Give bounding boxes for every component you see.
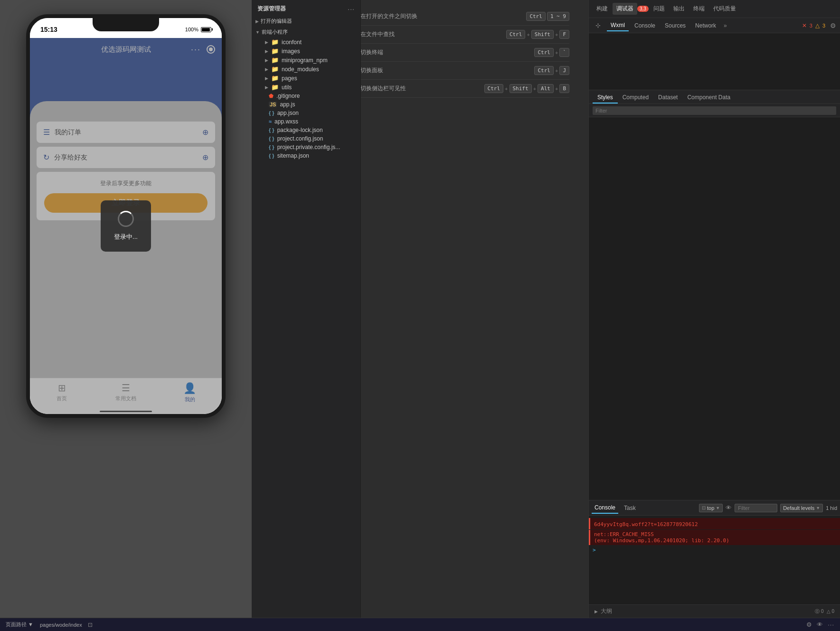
loading-text: 登录中... bbox=[114, 233, 138, 241]
warn-count: 3 bbox=[822, 23, 825, 28]
console-context-selector[interactable]: ⊡ top ▼ bbox=[699, 504, 723, 512]
gitignore-icon: ⬟ bbox=[269, 93, 274, 99]
appjson-name: app.json bbox=[277, 110, 299, 116]
shortcut-row-2: 在文件中查找 Ctrl + Shift + F bbox=[361, 26, 569, 44]
status-eye-icon[interactable]: 👁 bbox=[817, 621, 823, 628]
folder-name-npm: miniprogram_npm bbox=[282, 57, 328, 64]
devtools-main-toolbar: 构建 调试器 3,3 问题 输出 终端 代码质量 bbox=[589, 0, 840, 18]
bottom-status-bar: 页面路径 ▼ pages/wode/index ⊡ ⚙ 👁 ··· bbox=[0, 618, 840, 631]
status-right-icons: ⚙ 👁 ··· bbox=[806, 621, 834, 628]
folder-name-node: node_modules bbox=[282, 66, 319, 73]
console-level-arrow: ▼ bbox=[816, 506, 820, 510]
folder-name-iconfont: iconfont bbox=[282, 39, 302, 46]
devtools-tab-terminal[interactable]: 终端 bbox=[689, 3, 708, 15]
styles-tab-dataset[interactable]: Dataset bbox=[653, 92, 682, 104]
shortcut-keys-1: Ctrl 1 ~ 9 bbox=[526, 12, 569, 21]
appjs-icon: JS bbox=[269, 102, 277, 107]
console-error-row-2: net::ERR_CACHE_MISS (env: Windows,mp,1.0… bbox=[589, 530, 840, 545]
inspector-tab-wxml[interactable]: Wxml bbox=[607, 20, 629, 31]
outline-label: 大纲 bbox=[601, 607, 612, 615]
console-context-label: top bbox=[707, 505, 714, 511]
folder-icon-utils: 📁 bbox=[271, 84, 279, 91]
inspector-tab-network[interactable]: Network bbox=[691, 20, 720, 31]
loading-spinner bbox=[118, 211, 134, 227]
folder-arrow-utils: ▶ bbox=[265, 85, 268, 90]
folder-arrow-pages: ▶ bbox=[265, 76, 268, 81]
styles-tab-component-data[interactable]: Component Data bbox=[682, 92, 735, 104]
projectconfig-name: project.config.json bbox=[277, 135, 323, 142]
inspect-element-btn[interactable]: ⊹ bbox=[593, 20, 603, 31]
phone-simulator-area: 15:13 100% 优选源码网测试 bbox=[0, 0, 252, 618]
console-tab-task[interactable]: Task bbox=[621, 503, 639, 513]
console-area: Console Task ⊡ top ▼ 👁 bbox=[589, 500, 840, 604]
outline-errors: ⓪ 0 bbox=[815, 608, 823, 615]
projectprivate-icon: { } bbox=[269, 144, 274, 150]
status-settings-icon[interactable]: ⚙ bbox=[806, 621, 812, 628]
inspector-tab-sources[interactable]: Sources bbox=[661, 20, 689, 31]
devtools-tab-output[interactable]: 输出 bbox=[670, 3, 689, 15]
tree-item-utils[interactable]: ▶ 📁 utils bbox=[252, 83, 360, 92]
tree-item-pages[interactable]: ▶ 📁 pages bbox=[252, 74, 360, 83]
open-editors-label: 打开的编辑器 bbox=[261, 18, 292, 25]
battery-icon bbox=[201, 27, 211, 32]
console-prompt-row[interactable]: > bbox=[589, 546, 840, 555]
console-content: 6d4yyvItg8q.woff2?t=1628778920612 net::E… bbox=[589, 516, 840, 604]
shortcut-row-1: 在打开的文件之间切换 Ctrl 1 ~ 9 bbox=[361, 8, 569, 26]
outline-section[interactable]: ▶ 大纲 ⓪ 0 △ 0 bbox=[589, 604, 840, 618]
outline-warnings: △ 0 bbox=[827, 609, 834, 614]
folder-icon-pages: 📁 bbox=[271, 75, 279, 82]
shortcut-desc-5: 切换侧边栏可见性 bbox=[361, 85, 406, 93]
shortcut-keys-2: Ctrl + Shift + F bbox=[506, 30, 569, 39]
console-prompt-symbol: > bbox=[593, 547, 596, 553]
tree-item-iconfont[interactable]: ▶ 📁 iconfont bbox=[252, 38, 360, 47]
console-filter-input[interactable] bbox=[735, 504, 777, 512]
styles-tab-computed[interactable]: Computed bbox=[618, 92, 653, 104]
tree-item-appjson[interactable]: { } app.json bbox=[252, 109, 360, 117]
shortcut-desc-1: 在打开的文件之间切换 bbox=[361, 12, 417, 20]
projectprivate-name: project.private.config.js... bbox=[277, 144, 340, 151]
devtools-tab-issues[interactable]: 问题 bbox=[650, 3, 669, 15]
tree-item-node-modules[interactable]: ▶ 📁 node_modules bbox=[252, 65, 360, 74]
devtools-tab-debugger[interactable]: 调试器 bbox=[613, 3, 637, 15]
devtools-settings-icon[interactable]: ⚙ bbox=[830, 22, 836, 29]
tree-item-appjs[interactable]: JS app.js bbox=[252, 100, 360, 109]
tree-item-sitemap[interactable]: { } sitemap.json bbox=[252, 151, 360, 160]
folder-name-images: images bbox=[282, 48, 300, 55]
folder-icon-images: 📁 bbox=[271, 47, 279, 55]
inspector-tab-console[interactable]: Console bbox=[631, 20, 659, 31]
console-level-selector[interactable]: Default levels ▼ bbox=[780, 504, 823, 512]
main-row: 15:13 100% 优选源码网测试 bbox=[0, 0, 840, 618]
file-explorer: 资源管理器 ··· ▶ 打开的编辑器 ▼ 前端小程序 ▶ 📁 bbox=[252, 0, 361, 618]
section-open-editors[interactable]: ▶ 打开的编辑器 bbox=[252, 16, 360, 27]
battery-percentage: 100% bbox=[185, 27, 198, 32]
styles-tab-styles[interactable]: Styles bbox=[593, 92, 618, 104]
console-tab-console[interactable]: Console bbox=[592, 502, 618, 514]
devtools-tab-build[interactable]: 构建 bbox=[593, 3, 612, 15]
appjs-name: app.js bbox=[280, 101, 295, 108]
tree-item-appwxss[interactable]: ≈ app.wxss bbox=[252, 117, 360, 126]
console-error-main: net::ERR_CACHE_MISS bbox=[594, 531, 836, 537]
tree-item-miniprogram-npm[interactable]: ▶ 📁 miniprogram_npm bbox=[252, 56, 360, 65]
styles-sub-tabs: Styles Computed Dataset Component Data bbox=[589, 90, 840, 104]
explorer-title: 资源管理器 bbox=[257, 5, 286, 13]
explorer-more-icon[interactable]: ··· bbox=[348, 5, 355, 13]
section-miniprogram[interactable]: ▼ 前端小程序 bbox=[252, 27, 360, 38]
tree-item-packagelock[interactable]: { } package-lock.json bbox=[252, 126, 360, 134]
tree-item-projectprivate[interactable]: { } project.private.config.js... bbox=[252, 143, 360, 151]
status-more-icon[interactable]: ··· bbox=[828, 621, 834, 628]
inspector-tabs-more[interactable]: » bbox=[722, 20, 729, 31]
appwxss-name: app.wxss bbox=[274, 118, 298, 125]
console-eye-icon[interactable]: 👁 bbox=[726, 504, 732, 511]
tree-item-gitignore[interactable]: ⬟ .gitignore bbox=[252, 92, 360, 100]
explorer-content: ▶ 打开的编辑器 ▼ 前端小程序 ▶ 📁 iconfont ▶ 📁 bbox=[252, 16, 360, 618]
shortcut-table: 在打开的文件之间切换 Ctrl 1 ~ 9 在文件中查找 Ctrl + Shif… bbox=[361, 8, 569, 98]
status-page-icon[interactable]: ⊡ bbox=[88, 622, 93, 628]
key-range-1: 1 ~ 9 bbox=[547, 12, 569, 21]
inspector-action-bar: ⊹ Wxml Console Sources Network » ✕ 3 △ 3… bbox=[589, 18, 840, 33]
tree-item-projectconfig[interactable]: { } project.config.json bbox=[252, 134, 360, 143]
tree-item-images[interactable]: ▶ 📁 images bbox=[252, 47, 360, 56]
folder-icon-npm: 📁 bbox=[271, 57, 279, 64]
filter-input[interactable] bbox=[593, 106, 836, 115]
outline-status: ⓪ 0 △ 0 bbox=[815, 608, 834, 615]
devtools-tab-quality[interactable]: 代码质量 bbox=[709, 3, 740, 15]
